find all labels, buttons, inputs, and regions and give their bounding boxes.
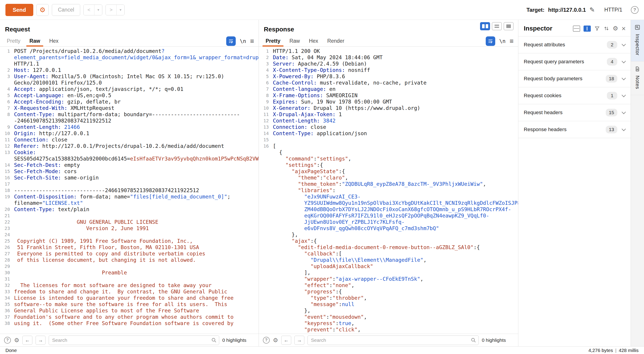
editor-menu-icon[interactable]: ≡ xyxy=(250,38,254,44)
strip-tab-notes[interactable]: Notes xyxy=(631,61,644,95)
line-content: GNU GENERAL PUBLIC LICENSE xyxy=(12,219,258,225)
response-editor[interactable]: 1HTTP/1.1 200 OK2Date: Sat, 04 May 2024 … xyxy=(259,47,518,334)
target-label: Target: xyxy=(526,7,544,13)
send-settings-button[interactable]: ⚙ xyxy=(36,4,49,16)
line-content: "wrapper":"ajax-wrapper--CFoEkE9TnSk", xyxy=(270,276,518,282)
code-line: }, xyxy=(259,231,518,238)
request-tab-pretty[interactable]: Pretty xyxy=(2,36,25,46)
line-content: POST /Projects/drupal-10.2.6/media/add/d… xyxy=(12,48,258,67)
history-back-dropdown[interactable]: ▾ xyxy=(94,5,102,15)
history-back-button[interactable]: < xyxy=(84,5,94,15)
request-highlights-count: 0 highlights xyxy=(222,338,254,343)
code-line: 1HTTP/1.1 200 OK xyxy=(259,48,518,54)
line-content: Copyright (C) 1989, 1991 Free Software F… xyxy=(12,238,258,244)
inspector-section-request-attributes[interactable]: Request attributes2 xyxy=(518,36,631,53)
word-wrap-icon xyxy=(228,38,234,44)
filter-icon[interactable] xyxy=(594,25,600,31)
search-settings-icon[interactable]: ⚙ xyxy=(14,337,19,343)
layout-rows-icon[interactable] xyxy=(492,22,502,30)
code-line: "prevent":"click", xyxy=(259,327,518,333)
send-button[interactable]: Send xyxy=(6,4,33,16)
request-prev-match-button[interactable]: ← xyxy=(22,336,32,345)
request-next-match-button[interactable]: → xyxy=(36,336,46,345)
chevron-down-icon xyxy=(622,42,626,46)
sort-icon[interactable] xyxy=(604,25,609,31)
request-tab-raw[interactable]: Raw xyxy=(25,36,44,46)
inspector-section-request-query-parameters[interactable]: Request query parameters4 xyxy=(518,53,631,70)
line-number xyxy=(259,263,270,269)
target-group: Target: http://127.0.0.1 ✎ HTTP/1 ? xyxy=(526,6,638,14)
line-content: Date: Sat, 04 May 2024 18:44:06 GMT xyxy=(270,54,518,61)
code-line: 10Origin: http://127.0.0.1 xyxy=(0,130,258,137)
response-next-match-button[interactable]: → xyxy=(294,336,304,345)
show-newlines-button[interactable]: \n xyxy=(240,38,246,44)
search-help-icon[interactable]: ? xyxy=(4,337,11,344)
response-tab-pretty[interactable]: Pretty xyxy=(261,36,285,46)
inspector-layout-rows-icon[interactable] xyxy=(573,25,580,32)
line-content: Accept-Language: en-US,en;q=0.5 xyxy=(12,92,258,99)
inspector-section-request-headers[interactable]: Request headers15 xyxy=(518,104,631,121)
line-content: Referer: http://127.0.0.1/Projects/drupa… xyxy=(12,143,258,149)
code-line: ], xyxy=(259,269,518,276)
request-editor[interactable]: 1POST /Projects/drupal-10.2.6/media/add/… xyxy=(0,47,258,334)
word-wrap-button[interactable] xyxy=(486,36,495,46)
line-content xyxy=(12,212,258,219)
line-number: 7 xyxy=(0,105,12,111)
response-tab-hex[interactable]: Hex xyxy=(304,36,323,46)
search-settings-icon[interactable]: ⚙ xyxy=(273,337,278,343)
layout-single-icon[interactable] xyxy=(504,22,514,30)
response-tab-render[interactable]: Render xyxy=(323,36,349,46)
request-search-input[interactable] xyxy=(49,336,219,345)
line-content xyxy=(12,276,258,282)
inspector-section-request-body-parameters[interactable]: Request body parameters18 xyxy=(518,70,631,87)
code-line: "theme_token":"ZQDBULqR8_eypZ8eA78_8azcT… xyxy=(259,181,518,187)
count-badge: 4 xyxy=(607,58,617,66)
strip-tab-inspector[interactable]: Inspector xyxy=(631,20,644,61)
line-number: 6 xyxy=(259,80,270,86)
request-tabs: Pretty Raw Hex \n ≡ xyxy=(0,36,258,47)
line-content: "message":null xyxy=(270,301,518,307)
response-search-input[interactable] xyxy=(308,336,478,345)
layout-columns-icon[interactable] xyxy=(480,22,490,30)
history-forward-button[interactable]: > xyxy=(106,5,116,15)
cancel-button[interactable]: Cancel xyxy=(52,4,80,16)
line-number xyxy=(259,288,270,295)
line-content: Sec-Fetch-Mode: cors xyxy=(12,168,258,175)
inspector-settings-icon[interactable]: ⚙ xyxy=(613,25,618,32)
code-line: 12Content-Length: 3842 xyxy=(259,118,518,124)
inspector-section-request-cookies[interactable]: Request cookies1 xyxy=(518,87,631,104)
edit-target-icon[interactable]: ✎ xyxy=(590,6,595,13)
inspector-close-icon[interactable]: × xyxy=(622,25,626,32)
line-number: 16 xyxy=(259,143,270,149)
inspector-section-response-headers[interactable]: Response headers13 xyxy=(518,121,631,138)
toolbar: Send ⚙ Cancel < ▾ > ▾ Target: http://127… xyxy=(0,0,644,20)
response-prev-match-button[interactable]: ← xyxy=(281,336,291,345)
line-number xyxy=(259,244,270,250)
code-line: 38using it. (Some other Free Software Fo… xyxy=(0,320,258,327)
code-line: 11X-Drupal-Ajax-Token: 1 xyxy=(259,111,518,118)
search-icon xyxy=(470,337,476,344)
code-line: 8Content-Type: multipart/form-data; boun… xyxy=(0,111,258,124)
line-content: "effect":"none", xyxy=(270,282,518,288)
line-number xyxy=(259,156,270,162)
line-number xyxy=(259,149,270,156)
line-content: [ xyxy=(270,143,518,149)
word-wrap-button[interactable] xyxy=(226,36,236,46)
line-content: Accept: application/json, text/javascrip… xyxy=(12,86,258,92)
show-newlines-button[interactable]: \n xyxy=(499,38,506,44)
chevron-down-icon xyxy=(622,93,626,97)
code-line: "libraries": xyxy=(259,187,518,193)
line-number xyxy=(259,250,270,257)
inspector-layout-columns-icon[interactable] xyxy=(584,25,591,32)
line-number: 1 xyxy=(0,48,12,67)
line-content: Connection: close xyxy=(270,124,518,130)
history-forward-dropdown[interactable]: ▾ xyxy=(116,5,124,15)
line-content: "ajaxPageState":{ xyxy=(270,168,518,175)
help-icon[interactable]: ? xyxy=(631,6,638,14)
line-content: Expires: Sun, 19 Nov 1978 05:00:00 GMT xyxy=(270,99,518,105)
search-help-icon[interactable]: ? xyxy=(263,337,270,344)
request-tab-hex[interactable]: Hex xyxy=(44,36,63,46)
editor-menu-icon[interactable]: ≡ xyxy=(510,38,514,44)
code-line: 31 xyxy=(0,276,258,282)
response-tab-raw[interactable]: Raw xyxy=(285,36,304,46)
